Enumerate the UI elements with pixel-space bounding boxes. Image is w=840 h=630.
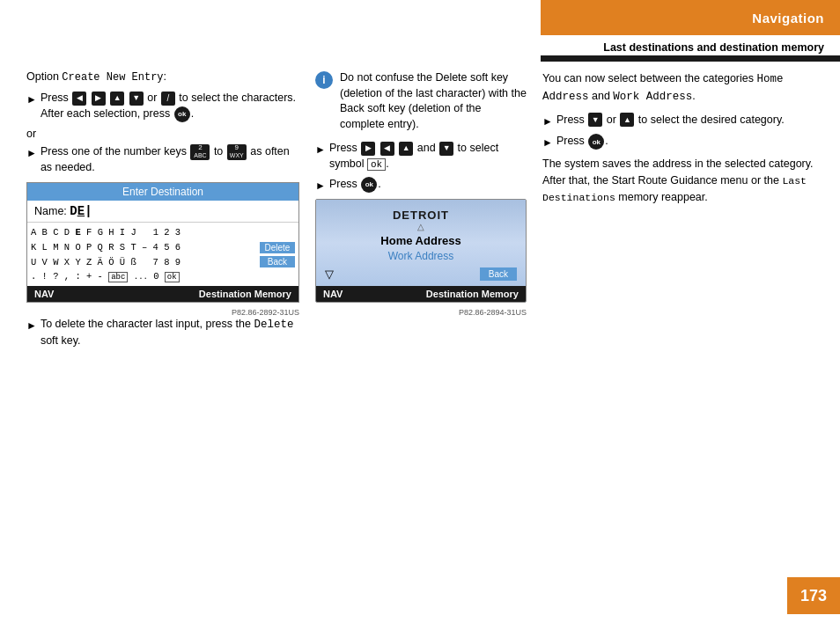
char-row-2: K L M N O P Q R S T – 4 5 6 [31,240,256,255]
char-row-4: . ! ? , : + - abc ... 0 ok [31,269,256,284]
last-dest-code: Last Destinations [542,175,807,203]
right-intro-text: You can now select between the categorie… [542,70,814,106]
down-arrow-icon: ▼ [129,92,144,106]
mid-bullet-arrow-1: ► [315,143,326,158]
detroit-back-button[interactable]: Back [480,267,517,281]
bullet-item-1: ► Press ◀ ▶ ▲ ▼ or / to select the chara… [26,91,299,122]
detroit-down-row: ▽ Back [325,267,517,281]
char-row-1: A B C D E F G H I J 1 2 3 [31,225,256,240]
right-body-text: The system saves the address in the sele… [542,156,814,205]
right-bullet-arrow-2: ► [542,136,553,150]
right-bullet-1: ► Press ▼ or ▲ to select the desired cat… [542,113,814,129]
slash-icon: / [161,92,175,106]
subtitle-bar: Last destinations and destination memory [541,38,840,57]
detroit-footer: NAV Destination Memory [316,286,526,302]
num-key-icon: 2 ABC [190,144,210,160]
right-arrow-icon: ▶ [92,92,106,106]
bullet-arrow-1: ► [26,92,37,107]
name-label: Name: [34,205,67,217]
option-label: Option Create New Entry: [26,70,299,84]
name-value: DE| [70,204,92,218]
detroit-footer-nav: NAV [323,289,343,299]
nav-title: Navigation [752,11,824,26]
main-content: Option Create New Entry: ► Press ◀ ▶ ▲ ▼… [26,70,814,577]
bullet-item-2: ► Press one of the number keys 2 ABC to … [26,144,299,176]
up-icon-mid: ▲ [399,142,413,156]
detroit-up-arrow: △ [325,222,517,231]
mid-bullet-arrow-2: ► [315,179,326,194]
left-arrow-icon: ◀ [72,92,86,106]
subtitle-rule [541,55,840,62]
detroit-city: DETROIT [325,209,517,222]
dest-box-footer: NAV Destination Memory [27,286,298,302]
mid-column: i Do not confuse the Delete soft key (de… [315,70,527,577]
right-col-ok-icon: ok [588,134,604,150]
right-icon-mid: ▶ [361,142,375,156]
back-button-dest[interactable]: Back [260,256,295,267]
ok-symbol: ok [367,158,386,171]
char-grid: A B C D E F G H I J 1 2 3 K L M N O P Q … [31,225,256,284]
work-address-code: Work Address [613,91,692,103]
mid-bullet-2: ► Press ok. [315,177,527,194]
page-number: 173 [787,577,840,614]
info-box: i Do not confuse the Delete soft key (de… [315,70,527,132]
right-bullet-2: ► Press ok. [542,134,814,150]
or-divider: or [26,128,299,140]
info-icon: i [315,71,333,89]
char-row-3: U V W X Y Z Ä Ö Ü ß 7 8 9 [31,255,256,270]
enter-destination-box: Enter Destination Name: DE| A B C D E F … [26,182,299,303]
mid-bullet-1: ► Press ▶ ◀ ▲ and ▼ to select symbol ok. [315,141,527,172]
up-arrow-icon: ▲ [110,92,124,106]
delete-button[interactable]: Delete [260,242,295,253]
info-text: Do not confuse the Delete soft key (dele… [340,70,527,132]
detroit-down-symbol: ▽ [325,267,334,281]
ok-button-icon: ok [174,106,190,122]
num-9-icon: 9 WXY [227,144,247,160]
fig-ref-1: P82.86-2892-31US [26,308,299,317]
subtitle-text: Last destinations and destination memory [603,41,824,54]
down-icon-mid: ▼ [439,142,453,156]
right-col-down-icon: ▼ [588,113,602,127]
detroit-box: DETROIT △ Home Address Work Address ▽ Ba… [315,199,527,303]
right-bullet-arrow-1: ► [542,114,553,129]
right-col-up-icon: ▲ [620,113,634,127]
left-icon-mid: ◀ [380,142,394,156]
dest-box-chars-area: A B C D E F G H I J 1 2 3 K L M N O P Q … [27,223,298,286]
detroit-footer-dest: Destination Memory [426,289,519,299]
footer-dest-label: Destination Memory [199,289,291,299]
right-column: You can now select between the categorie… [542,70,814,577]
dest-box-name-row: Name: DE| [27,201,298,223]
detroit-home-address: Home Address [325,234,517,247]
fig-ref-2: P82.86-2894-31US [315,308,527,317]
delete-code-ref: Delete [254,319,293,331]
nav-header-bar: Navigation [541,0,840,35]
detroit-work-address: Work Address [325,250,517,262]
bullet-arrow-2: ► [26,146,37,161]
left-column: Option Create New Entry: ► Press ◀ ▶ ▲ ▼… [26,70,299,577]
dest-box-header: Enter Destination [27,183,298,201]
footer-nav-label: NAV [34,289,54,299]
bullet-item-3: ► To delete the character last input, pr… [26,317,299,348]
detroit-screen: DETROIT △ Home Address Work Address ▽ Ba… [316,200,526,286]
dest-box-action-btns: Delete Back [260,225,295,284]
bullet-arrow-3: ► [26,319,37,333]
ok-btn-mid: ok [361,177,377,193]
